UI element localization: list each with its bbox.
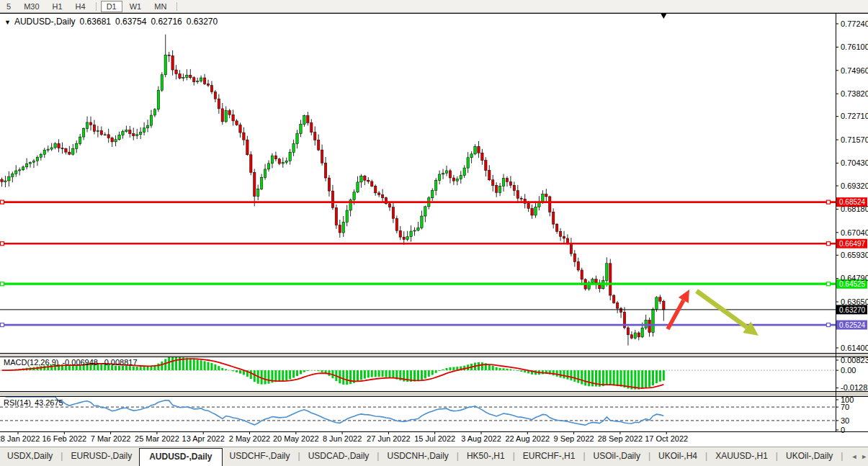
tab-usdcad-daily[interactable]: USDCAD-,Daily <box>301 447 377 466</box>
svg-text:15 Jul 2022: 15 Jul 2022 <box>414 434 455 443</box>
rsi-axis: 10070300 <box>836 395 854 434</box>
macd-pane <box>0 357 836 389</box>
tab-ukoil-daily[interactable]: UKOil-,Daily <box>779 447 840 466</box>
svg-text:0.73820: 0.73820 <box>841 89 868 98</box>
hline-handle[interactable] <box>1 282 4 286</box>
hline-price-tag: 0.62524 <box>839 321 866 329</box>
hline-handle[interactable] <box>827 323 831 327</box>
svg-text:0.00: 0.00 <box>841 366 856 375</box>
timeframe-button-m30[interactable]: M30 <box>18 1 45 12</box>
svg-text:13 Apr 2022: 13 Apr 2022 <box>182 434 225 443</box>
timeframe-button-h4[interactable]: H4 <box>70 1 91 12</box>
svg-text:8 Jun 2022: 8 Jun 2022 <box>323 434 362 443</box>
chart-canvas[interactable]: 0.685240.664970.645250.632700.625240.772… <box>0 12 868 447</box>
hline-handle[interactable] <box>827 242 831 246</box>
svg-text:0.74960: 0.74960 <box>841 66 868 75</box>
tab-usdx-daily[interactable]: USDX,Daily <box>0 447 60 466</box>
toolbar-separator <box>176 2 177 11</box>
date-axis: 28 Jan 202216 Feb 20227 Mar 202225 Mar 2… <box>0 432 688 443</box>
hline-handle[interactable] <box>1 323 4 327</box>
svg-text:0.68180: 0.68180 <box>841 205 868 213</box>
tab-usoil-daily[interactable]: USOil-,Daily <box>586 447 648 466</box>
svg-text:2 May 2022: 2 May 2022 <box>229 434 270 443</box>
hline-0.68524[interactable]: 0.68524 <box>0 197 867 207</box>
svg-text:16 Feb 2022: 16 Feb 2022 <box>42 434 86 443</box>
hline-0.66497[interactable]: 0.66497 <box>0 239 867 248</box>
svg-text:0.00823: 0.00823 <box>841 356 868 364</box>
svg-text:28 Sep 2022: 28 Sep 2022 <box>598 434 643 443</box>
toolbar-separator <box>96 2 97 11</box>
hline-handle[interactable] <box>1 242 4 246</box>
hline-0.64525[interactable]: 0.64525 <box>0 279 867 289</box>
svg-text:0: 0 <box>841 426 845 434</box>
svg-text:0.71570: 0.71570 <box>841 135 868 144</box>
svg-text:70: 70 <box>841 403 849 411</box>
candlestick-series <box>1 35 665 346</box>
down-arrow-annotation[interactable] <box>697 291 759 336</box>
svg-text:27 Jun 2022: 27 Jun 2022 <box>367 434 411 443</box>
timeframe-button-w1[interactable]: W1 <box>124 1 148 12</box>
tab-hk50-h1[interactable]: HK50-,H1 <box>460 447 512 466</box>
tab-audusd-daily[interactable]: AUDUSD-,Daily <box>139 448 222 466</box>
svg-text:0.61400: 0.61400 <box>841 344 868 352</box>
tab-ukoil-h4[interactable]: UKOil-,H4 <box>651 447 704 466</box>
symbol-tabbar: USDX,Daily|EURUSD-,DailyAUDUSD-,DailyUSD… <box>0 447 868 466</box>
tab-scroll-arrows[interactable]: ◄► <box>844 447 868 466</box>
hline-0.63270[interactable]: 0.63270 <box>0 305 867 314</box>
svg-text:25 Mar 2022: 25 Mar 2022 <box>135 434 179 443</box>
svg-text:0.77240: 0.77240 <box>841 19 868 28</box>
tab-eurusd-daily[interactable]: EURUSD-,Daily <box>63 447 139 466</box>
hline-price-tag: 0.66497 <box>839 240 866 248</box>
tab-xauusd-h1[interactable]: XAUUSD-,H1 <box>708 447 775 466</box>
svg-text:0.65930: 0.65930 <box>841 251 868 259</box>
svg-text:9 Sep 2022: 9 Sep 2022 <box>553 434 594 443</box>
svg-text:0.63650: 0.63650 <box>841 297 868 306</box>
timeframe-button-d1[interactable]: D1 <box>101 1 122 12</box>
timeframe-button-mn[interactable]: MN <box>148 1 172 12</box>
svg-text:30: 30 <box>841 416 849 425</box>
svg-text:0.76100: 0.76100 <box>841 42 868 51</box>
price-axis: 0.772400.761000.749600.738200.727100.715… <box>836 19 868 352</box>
rsi-pane <box>0 397 836 425</box>
svg-text:0.64790: 0.64790 <box>841 274 868 282</box>
svg-text:7 Mar 2022: 7 Mar 2022 <box>91 434 131 443</box>
hline-handle[interactable] <box>1 200 4 204</box>
svg-text:0.69320: 0.69320 <box>841 182 868 190</box>
svg-text:17 Oct 2022: 17 Oct 2022 <box>645 434 688 443</box>
last-bar-marker-icon <box>661 14 666 19</box>
timeframe-button-h1[interactable]: H1 <box>47 1 68 12</box>
hline-handle[interactable] <box>827 282 831 286</box>
tab-usdchf-daily[interactable]: USDCHF-,Daily <box>223 447 297 466</box>
svg-text:0.70430: 0.70430 <box>841 158 868 167</box>
svg-text:22 Aug 2022: 22 Aug 2022 <box>505 434 550 443</box>
svg-text:20 May 2022: 20 May 2022 <box>273 434 319 443</box>
svg-text:28 Jan 2022: 28 Jan 2022 <box>0 434 40 443</box>
timeframe-toolbar: 5M30H1H4D1W1MN <box>0 0 868 13</box>
hline-price-tag: 0.63270 <box>839 306 866 314</box>
svg-text:3 Aug 2022: 3 Aug 2022 <box>461 434 501 443</box>
macd-axis: 0.008230.00-0.012827 <box>836 356 868 393</box>
tab-usdcnh-daily[interactable]: USDCNH-,Daily <box>380 447 455 466</box>
hline-handle[interactable] <box>827 200 831 204</box>
svg-text:-0.012827: -0.012827 <box>841 383 868 392</box>
tab-eurchf-h1[interactable]: EURCHF-,H1 <box>516 447 583 466</box>
svg-text:0.72710: 0.72710 <box>841 112 868 120</box>
svg-text:0.67040: 0.67040 <box>841 228 868 237</box>
timeframe-button-5[interactable]: 5 <box>1 1 17 12</box>
